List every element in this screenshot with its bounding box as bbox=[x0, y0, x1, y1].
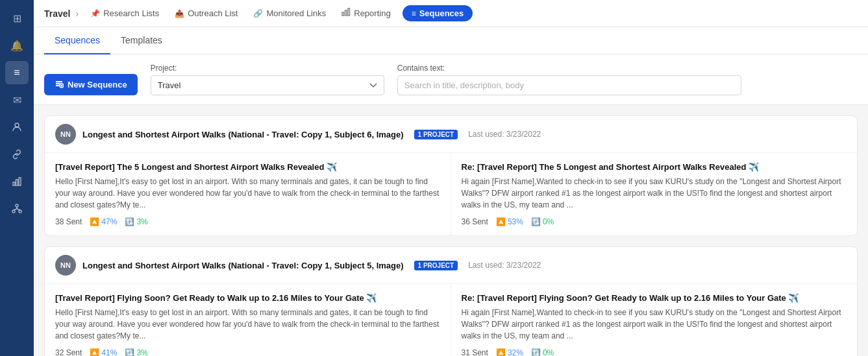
stat-open-1-2: 🔼 53% bbox=[496, 217, 523, 226]
email-subject-1-2[interactable]: Re: [Travel Report] The 5 Longest and Sh… bbox=[462, 162, 847, 172]
email-col-2-1: [Travel Report] Flying Soon? Get Ready t… bbox=[45, 284, 451, 356]
org-icon[interactable] bbox=[5, 197, 29, 220]
svg-rect-12 bbox=[348, 8, 350, 16]
svg-point-0 bbox=[15, 123, 19, 127]
research-lists-icon: 📌 bbox=[90, 9, 100, 18]
tab-templates[interactable]: Templates bbox=[110, 27, 173, 54]
stat-click-1-2: 🔃 0% bbox=[531, 217, 554, 226]
email-stats-2-1: 32 Sent 🔼 41% 🔃 3% bbox=[55, 348, 440, 356]
click-icon-1-1: 🔃 bbox=[125, 217, 134, 226]
link-icon[interactable] bbox=[5, 143, 29, 166]
top-navigation: Travel › 📌 Research Lists 📤 Outreach Lis… bbox=[34, 0, 868, 27]
click-icon-2-2: 🔃 bbox=[531, 348, 541, 356]
stat-click-2-2: 🔃 0% bbox=[531, 348, 554, 356]
main-content: Travel › 📌 Research Lists 📤 Outreach Lis… bbox=[34, 0, 868, 356]
stat-sent-1-1: 38 Sent bbox=[55, 217, 82, 226]
email-preview-1-1: Hello [First Name],It's easy to get lost… bbox=[55, 176, 440, 211]
svg-point-4 bbox=[16, 204, 18, 207]
nav-item-research-lists[interactable]: 📌 Research Lists bbox=[84, 5, 166, 21]
svg-rect-11 bbox=[345, 10, 347, 16]
list-icon[interactable]: ≡ bbox=[5, 61, 29, 84]
sequence-title-1[interactable]: Longest and Shortest Airport Walks (Nati… bbox=[82, 130, 404, 139]
last-used-1: Last used: 3/23/2022 bbox=[468, 130, 541, 139]
email-subject-2-2[interactable]: Re: [Travel Report] Flying Soon? Get Rea… bbox=[462, 293, 847, 303]
nav-item-reporting[interactable]: Reporting bbox=[335, 5, 397, 22]
nav-item-outreach-list[interactable]: 📤 Outreach List bbox=[168, 5, 244, 21]
sequence-title-2[interactable]: Longest and Shortest Airport Walks (Nati… bbox=[82, 261, 404, 270]
chart-icon[interactable] bbox=[5, 170, 29, 193]
click-icon-2-1: 🔃 bbox=[125, 348, 134, 356]
bell-icon[interactable]: 🔔 bbox=[5, 34, 29, 57]
click-icon-1-2: 🔃 bbox=[531, 217, 541, 226]
svg-line-8 bbox=[14, 209, 17, 210]
nav-label-sequences: Sequences bbox=[419, 8, 464, 18]
nav-item-sequences[interactable]: ≡ Sequences bbox=[403, 5, 473, 21]
users-icon[interactable] bbox=[5, 115, 29, 139]
stat-open-2-2: 🔼 32% bbox=[496, 348, 523, 356]
nav-label-outreach-list: Outreach List bbox=[188, 8, 238, 18]
email-stats-1-1: 38 Sent 🔼 47% 🔃 3% bbox=[55, 217, 440, 226]
svg-point-5 bbox=[12, 210, 15, 213]
new-sequence-button[interactable]: New Sequence bbox=[44, 74, 138, 95]
avatar-1: NN bbox=[55, 124, 76, 145]
svg-rect-1 bbox=[13, 182, 15, 185]
project-select[interactable]: Travel bbox=[151, 75, 384, 95]
project-label: Project: bbox=[151, 64, 384, 73]
stat-click-2-1: 🔃 3% bbox=[125, 348, 147, 356]
project-badge-1: 1 PROJECT bbox=[414, 130, 458, 139]
nav-label-monitored-links: Monitored Links bbox=[266, 8, 326, 18]
text-filter-label: Contains text: bbox=[397, 64, 741, 73]
email-col-2-2: Re: [Travel Report] Flying Soon? Get Rea… bbox=[451, 284, 858, 356]
email-col-1-2: Re: [Travel Report] The 5 Longest and Sh… bbox=[451, 153, 858, 235]
text-search-input[interactable] bbox=[397, 75, 741, 95]
stat-click-1-1: 🔃 3% bbox=[125, 217, 147, 226]
email-preview-2-1: Hello [First Name],It's easy to get lost… bbox=[55, 307, 440, 342]
email-preview-2-2: Hi again [First Name],Wanted to check-in… bbox=[462, 307, 847, 342]
stat-open-2-1: 🔼 41% bbox=[90, 348, 117, 356]
email-subject-1-1[interactable]: [Travel Report] The 5 Longest and Shorte… bbox=[55, 162, 440, 172]
reporting-icon bbox=[341, 8, 351, 19]
sequence-emails-2: [Travel Report] Flying Soon? Get Ready t… bbox=[45, 284, 857, 356]
email-preview-1-2: Hi again [First Name],Wanted to check-in… bbox=[462, 176, 847, 211]
breadcrumb-travel[interactable]: Travel bbox=[44, 8, 70, 19]
email-col-1-1: [Travel Report] The 5 Longest and Shorte… bbox=[45, 153, 451, 235]
nav-label-research-lists: Research Lists bbox=[103, 8, 159, 18]
new-sequence-icon bbox=[55, 79, 64, 90]
filter-row: New Sequence Project: Travel Contains te… bbox=[34, 54, 868, 105]
svg-rect-3 bbox=[19, 178, 21, 185]
breadcrumb-separator: › bbox=[75, 8, 79, 19]
stat-open-1-1: 🔼 47% bbox=[90, 217, 117, 226]
tab-sequences[interactable]: Sequences bbox=[44, 27, 110, 54]
project-badge-2: 1 PROJECT bbox=[414, 261, 458, 270]
mail-icon[interactable]: ✉ bbox=[5, 88, 29, 112]
sequence-header-1: NN Longest and Shortest Airport Walks (N… bbox=[45, 116, 857, 153]
grid-icon[interactable]: ⊞ bbox=[5, 6, 29, 30]
svg-point-6 bbox=[19, 210, 21, 213]
email-stats-1-2: 36 Sent 🔼 53% 🔃 0% bbox=[462, 217, 847, 226]
sequences-icon: ≡ bbox=[412, 9, 416, 18]
sequence-card-1: NN Longest and Shortest Airport Walks (N… bbox=[44, 115, 858, 236]
stat-sent-2-2: 31 Sent bbox=[462, 348, 488, 356]
nav-label-reporting: Reporting bbox=[354, 8, 390, 18]
new-sequence-label: New Sequence bbox=[68, 80, 127, 89]
open-icon-1-2: 🔼 bbox=[496, 217, 506, 226]
stat-sent-1-2: 36 Sent bbox=[462, 217, 488, 226]
text-filter-group: Contains text: bbox=[397, 64, 741, 95]
monitored-links-icon: 🔗 bbox=[253, 9, 263, 18]
open-icon-2-2: 🔼 bbox=[496, 348, 506, 356]
svg-rect-10 bbox=[342, 12, 344, 16]
sequence-card-2: NN Longest and Shortest Airport Walks (N… bbox=[44, 246, 858, 356]
sequences-list: NN Longest and Shortest Airport Walks (N… bbox=[34, 105, 868, 356]
outreach-list-icon: 📤 bbox=[175, 9, 184, 18]
project-filter-group: Project: Travel bbox=[151, 64, 384, 95]
nav-item-monitored-links[interactable]: 🔗 Monitored Links bbox=[247, 5, 332, 21]
email-subject-2-1[interactable]: [Travel Report] Flying Soon? Get Ready t… bbox=[55, 293, 440, 303]
sequence-header-2: NN Longest and Shortest Airport Walks (N… bbox=[45, 247, 857, 284]
svg-rect-2 bbox=[16, 180, 18, 185]
sidebar: ⊞ 🔔 ≡ ✉ bbox=[0, 0, 34, 356]
open-icon-2-1: 🔼 bbox=[90, 348, 99, 356]
tabs-bar: Sequences Templates bbox=[34, 27, 868, 54]
avatar-2: NN bbox=[55, 255, 76, 276]
email-stats-2-2: 31 Sent 🔼 32% 🔃 0% bbox=[462, 348, 847, 356]
last-used-2: Last used: 3/23/2022 bbox=[468, 261, 541, 270]
